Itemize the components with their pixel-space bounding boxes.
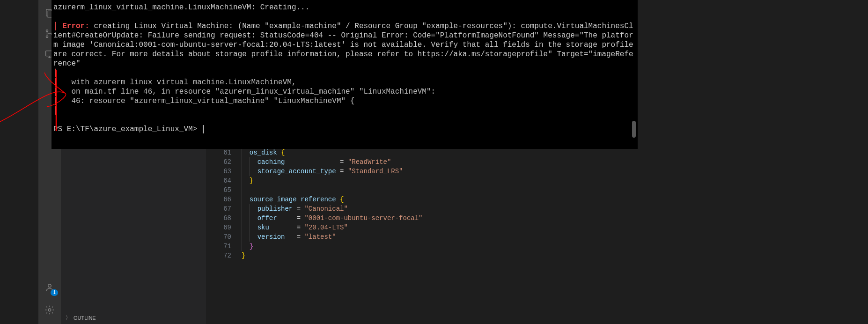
code-line[interactable]: source_image_reference { xyxy=(242,195,731,204)
settings-gear-icon[interactable] xyxy=(38,300,61,320)
code-line[interactable]: } xyxy=(242,242,731,251)
line-number: 65 xyxy=(206,185,231,195)
terminal-error: │ Error: creating Linux Virtual Machine:… xyxy=(53,22,634,68)
line-number: 71 xyxy=(206,242,231,251)
outline-section[interactable]: 〉 OUTLINE xyxy=(61,311,206,324)
code-line[interactable]: publisher = "Canonical" xyxy=(242,204,731,214)
accounts-icon[interactable]: 1 xyxy=(38,277,61,298)
code-line[interactable]: os_disk { xyxy=(242,148,731,157)
code-line[interactable]: storage_account_type = "Standard_LRS" xyxy=(242,167,731,176)
code-line[interactable]: } xyxy=(242,176,731,185)
terminal-scrollbar[interactable] xyxy=(632,121,636,138)
line-number: 67 xyxy=(206,204,231,214)
code-line[interactable]: caching = "ReadWrite" xyxy=(242,157,731,167)
code-line[interactable]: offer = "0001-com-ubuntu-server-focal" xyxy=(242,214,731,223)
line-number: 70 xyxy=(206,232,231,242)
line-number: 62 xyxy=(206,157,231,167)
code-line[interactable]: version = "latest" xyxy=(242,232,731,242)
line-number: 66 xyxy=(206,195,231,204)
line-number: 61 xyxy=(206,148,231,157)
svg-point-7 xyxy=(48,309,51,311)
terminal[interactable]: azurerm_linux_virtual_machine.LinuxMachi… xyxy=(51,0,638,149)
terminal-context-line: │ on main.tf line 46, in resource "azure… xyxy=(53,87,634,96)
svg-point-6 xyxy=(48,284,51,287)
terminal-context-line: │ 46: resource "azurerm_linux_virtual_ma… xyxy=(53,96,634,106)
code-line[interactable] xyxy=(242,185,731,195)
accounts-badge: 1 xyxy=(51,289,58,296)
svg-point-2 xyxy=(46,30,48,32)
line-number: 68 xyxy=(206,214,231,223)
terminal-prompt[interactable]: PS E:\TF\azure_example_Linux_VM> xyxy=(53,125,634,134)
code-line[interactable]: sku = "20.04-LTS" xyxy=(242,223,731,232)
line-number: 64 xyxy=(206,176,231,185)
terminal-line: azurerm_linux_virtual_machine.LinuxMachi… xyxy=(53,3,634,12)
outline-label: OUTLINE xyxy=(74,315,96,321)
line-number: 63 xyxy=(206,167,231,176)
code-line[interactable]: } xyxy=(242,251,731,260)
terminal-context-line: │ with azurerm_linux_virtual_machine.Lin… xyxy=(53,78,634,87)
chevron-right-icon: 〉 xyxy=(66,314,71,321)
right-pad xyxy=(731,0,868,324)
svg-point-3 xyxy=(46,36,48,37)
line-number: 69 xyxy=(206,223,231,232)
line-number: 72 xyxy=(206,251,231,260)
